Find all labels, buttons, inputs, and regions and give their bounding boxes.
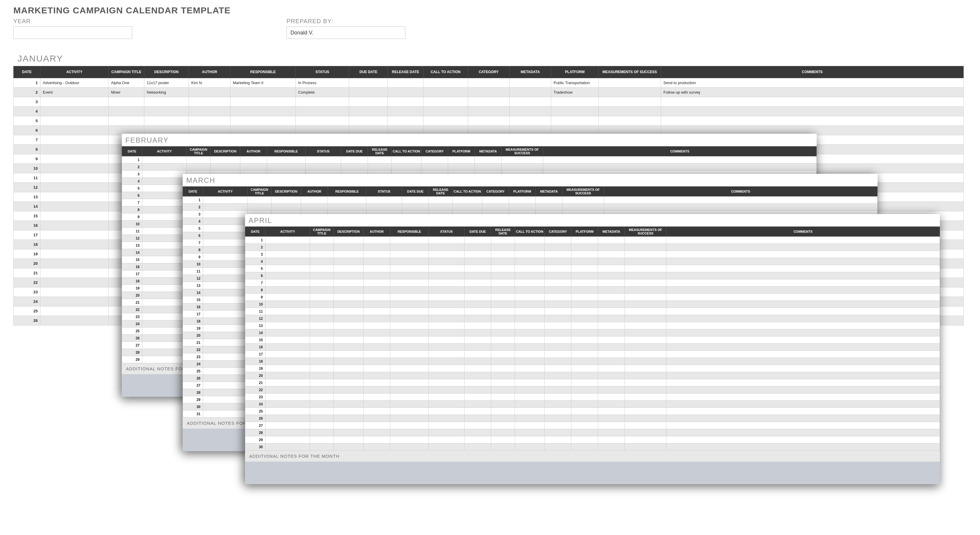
cell-comments[interactable]: [667, 279, 940, 286]
cell-activity[interactable]: [203, 196, 248, 204]
cell-release_date[interactable]: [491, 279, 515, 286]
cell-measurements[interactable]: [625, 236, 667, 244]
cell-author[interactable]: [363, 244, 390, 251]
cell-activity[interactable]: [266, 236, 310, 244]
cell-responsible[interactable]: [390, 279, 429, 286]
cell-metadata[interactable]: [598, 244, 625, 251]
cell-campaign_title[interactable]: [310, 244, 334, 251]
cell-activity[interactable]: [266, 251, 310, 258]
cell-activity[interactable]: [203, 311, 248, 318]
cell-author[interactable]: [363, 379, 390, 386]
cell-date[interactable]: 27: [122, 342, 142, 349]
cell-activity[interactable]: [266, 294, 310, 301]
cell-metadata[interactable]: [598, 401, 625, 408]
cell-comments[interactable]: [667, 444, 940, 450]
cell-metadata[interactable]: [475, 157, 501, 163]
cell-call_to_action[interactable]: [515, 365, 545, 372]
cell-activity[interactable]: [142, 178, 187, 185]
cell-platform[interactable]: [571, 322, 598, 329]
cell-date[interactable]: 3: [183, 211, 203, 218]
cell-activity[interactable]: [266, 308, 310, 315]
cell-campaign_title[interactable]: [310, 386, 334, 393]
cell-platform[interactable]: [448, 157, 475, 163]
cell-description[interactable]: [334, 386, 363, 393]
cell-metadata[interactable]: [536, 204, 562, 211]
cell-date[interactable]: 10: [122, 220, 142, 228]
cell-due_date[interactable]: [349, 78, 388, 88]
cell-measurements[interactable]: [625, 401, 667, 408]
cell-category[interactable]: [545, 308, 571, 315]
cell-activity[interactable]: [40, 230, 109, 240]
cell-activity[interactable]: [40, 116, 109, 126]
cell-description[interactable]: [334, 401, 363, 408]
cell-call_to_action[interactable]: [423, 78, 468, 88]
cell-platform[interactable]: [571, 365, 598, 372]
cell-activity[interactable]: [266, 415, 310, 422]
cell-activity[interactable]: [40, 287, 109, 297]
cell-measurements[interactable]: [625, 351, 667, 358]
cell-date[interactable]: 19: [14, 249, 40, 259]
cell-status[interactable]: [429, 379, 465, 386]
cell-responsible[interactable]: [267, 157, 305, 163]
cell-category[interactable]: [545, 429, 571, 436]
cell-activity[interactable]: [142, 256, 187, 264]
cell-platform[interactable]: [571, 444, 598, 450]
cell-author[interactable]: [363, 337, 390, 343]
cell-category[interactable]: [545, 236, 571, 244]
cell-description[interactable]: [334, 358, 363, 365]
cell-responsible[interactable]: [390, 322, 429, 329]
cell-category[interactable]: [422, 163, 448, 171]
cell-description[interactable]: [334, 258, 363, 265]
cell-call_to_action[interactable]: [515, 379, 545, 386]
cell-activity[interactable]: [266, 301, 310, 308]
cell-comments[interactable]: [667, 286, 940, 294]
cell-measurements[interactable]: [625, 365, 667, 372]
cell-comments[interactable]: [661, 107, 964, 116]
cell-responsible[interactable]: [231, 97, 296, 107]
cell-activity[interactable]: [40, 259, 109, 268]
cell-activity[interactable]: [142, 206, 187, 213]
cell-date[interactable]: 2: [14, 88, 40, 97]
cell-date[interactable]: 13: [245, 322, 266, 329]
cell-metadata[interactable]: [598, 272, 625, 279]
cell-due_date[interactable]: [465, 372, 491, 379]
cell-platform[interactable]: [551, 116, 599, 126]
cell-date[interactable]: 3: [245, 251, 266, 258]
cell-category[interactable]: [468, 88, 510, 97]
cell-date[interactable]: 9: [183, 254, 203, 261]
cell-metadata[interactable]: [598, 315, 625, 322]
cell-status[interactable]: [305, 157, 341, 163]
cell-release_date[interactable]: [388, 78, 423, 88]
cell-measurements[interactable]: [625, 393, 667, 401]
cell-date[interactable]: 20: [183, 332, 203, 339]
cell-measurements[interactable]: [625, 315, 667, 322]
cell-campaign_title[interactable]: [310, 358, 334, 365]
cell-responsible[interactable]: [390, 436, 429, 444]
cell-activity[interactable]: [266, 379, 310, 386]
cell-activity[interactable]: [266, 351, 310, 358]
cell-author[interactable]: [240, 163, 267, 171]
cell-activity[interactable]: [203, 382, 248, 389]
cell-status[interactable]: [305, 163, 341, 171]
cell-status[interactable]: [429, 401, 465, 408]
cell-release_date[interactable]: [491, 294, 515, 301]
cell-comments[interactable]: [667, 436, 940, 444]
cell-status[interactable]: [296, 107, 349, 116]
cell-responsible[interactable]: [390, 408, 429, 415]
cell-date[interactable]: 29: [245, 436, 266, 444]
cell-responsible[interactable]: [390, 286, 429, 294]
cell-comments[interactable]: [661, 97, 964, 107]
cell-metadata[interactable]: [598, 358, 625, 365]
cell-date[interactable]: 6: [245, 272, 266, 279]
cell-description[interactable]: 11x17 poster: [144, 78, 189, 88]
cell-status[interactable]: [429, 251, 465, 258]
cell-due_date[interactable]: [465, 315, 491, 322]
cell-comments[interactable]: [667, 372, 940, 379]
cell-category[interactable]: [468, 78, 510, 88]
cell-author[interactable]: [363, 429, 390, 436]
cell-activity[interactable]: [266, 365, 310, 372]
cell-activity[interactable]: [203, 375, 248, 382]
cell-description[interactable]: [334, 308, 363, 315]
cell-status[interactable]: [429, 436, 465, 444]
cell-responsible[interactable]: [328, 204, 366, 211]
